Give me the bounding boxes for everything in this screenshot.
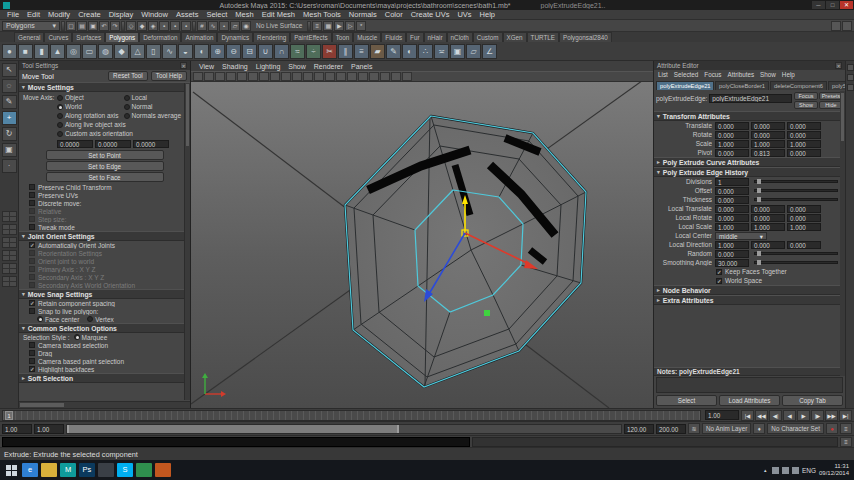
shelf-tab[interactable]: Polygonsal2840 <box>559 32 612 42</box>
attribute-field[interactable]: 0.000 <box>787 122 821 130</box>
scrollbar-thumb[interactable] <box>841 93 844 141</box>
step-forward-key-button[interactable]: |▶ <box>811 410 824 421</box>
menu-item[interactable]: Color <box>381 10 407 19</box>
move-axis-option[interactable]: Normals average <box>124 111 191 120</box>
attribute-field[interactable]: 1.000 <box>715 140 749 148</box>
selection-mask-icon[interactable]: ▪ <box>181 21 191 31</box>
undo-icon[interactable]: ↶ <box>99 21 109 31</box>
joint-orient-row[interactable]: Secondary Axis : X Y Z <box>19 273 190 281</box>
range-slider-track[interactable] <box>66 424 622 434</box>
soccer-ball-icon[interactable]: ◒ <box>178 44 193 59</box>
snap-to-plane-icon[interactable]: ▱ <box>230 21 240 31</box>
show-hidden-icons-button[interactable]: ▴ <box>762 467 769 474</box>
poly-cube-icon[interactable]: ■ <box>18 44 33 59</box>
attribute-slider[interactable] <box>754 252 838 255</box>
poly-pipe-icon[interactable]: ▯ <box>146 44 161 59</box>
poly-pyramid-icon[interactable]: △ <box>130 44 145 59</box>
toggle-tool-settings-icon[interactable] <box>847 74 854 81</box>
viewport-menu-item[interactable]: Lighting <box>252 63 285 70</box>
perspective-viewport[interactable]: ViewShadingLightingShowRendererPanels <box>191 61 653 408</box>
go-to-start-button[interactable]: |◀ <box>741 410 754 421</box>
viewport-menu-item[interactable]: View <box>195 63 218 70</box>
taskbar-clock[interactable]: 11:31 09/12/2014 <box>819 463 851 477</box>
boolean-union-icon[interactable]: ∪ <box>258 44 273 59</box>
shelf-tab[interactable]: nHair <box>424 32 447 42</box>
animation-preferences-button[interactable]: ≡ <box>840 423 852 434</box>
extract-icon[interactable]: ⊟ <box>242 44 257 59</box>
grease-pencil-icon[interactable] <box>259 72 269 81</box>
focus-button[interactable]: Focus <box>794 92 818 100</box>
shelf-tab[interactable]: PaintEffects <box>290 32 332 42</box>
attribute-field[interactable]: 0.000 <box>787 241 821 249</box>
render-settings-icon[interactable]: * <box>356 21 366 31</box>
tool-settings-vertical-scrollbar[interactable] <box>184 83 190 400</box>
section-poly-extrude-curve[interactable]: ▸Poly Extrude Curve Attributes <box>654 157 845 167</box>
multi-cut-icon[interactable]: ✂ <box>322 44 337 59</box>
attribute-slider[interactable] <box>754 180 838 183</box>
four-pane-layout[interactable] <box>2 224 17 235</box>
two-pane-side-layout[interactable] <box>2 237 17 248</box>
joint-orient-row[interactable]: Secondary Axis World Orientation <box>19 281 190 289</box>
ae-menu-item[interactable]: Selected <box>671 71 702 78</box>
menu-item[interactable]: Create UVs <box>407 10 454 19</box>
camera-attributes-icon[interactable] <box>215 72 225 81</box>
go-to-end-button[interactable]: ▶| <box>839 410 852 421</box>
section-common-selection-options[interactable]: ▾Common Selection Options <box>19 323 190 333</box>
tool-option-row[interactable]: Tweak mode <box>19 223 190 231</box>
merge-vertices-icon[interactable]: ∴ <box>418 44 433 59</box>
current-time-field[interactable]: 1.00 <box>705 410 739 420</box>
anim-layer-menu[interactable]: No Anim Layer <box>702 423 751 434</box>
use-default-material-icon[interactable] <box>380 72 390 81</box>
field-chart-icon[interactable] <box>314 72 324 81</box>
network-icon[interactable] <box>772 467 779 474</box>
shelf-tab[interactable]: General <box>14 32 44 42</box>
joint-orient-row[interactable]: Reorientation Settings <box>19 249 190 257</box>
menu-item[interactable]: Create <box>74 10 105 19</box>
poly-plane-icon[interactable]: ▭ <box>82 44 97 59</box>
gate-mask-icon[interactable] <box>303 72 313 81</box>
menu-item[interactable]: Display <box>105 10 138 19</box>
maximize-button[interactable]: □ <box>826 1 839 9</box>
attribute-field[interactable]: 0.000 <box>787 149 821 157</box>
select-by-object-icon[interactable]: ◆ <box>137 21 147 31</box>
attribute-field[interactable]: 0.000 <box>751 122 785 130</box>
tool-settings-horizontal-scrollbar[interactable] <box>19 401 191 408</box>
ae-menu-item[interactable]: Attributes <box>724 71 757 78</box>
construction-history-icon[interactable]: ≡ <box>312 21 322 31</box>
viewport-menu-item[interactable]: Renderer <box>310 63 347 70</box>
range-slider-thumb[interactable] <box>67 425 399 433</box>
tool-option-row[interactable]: Step size: <box>19 215 190 223</box>
shelf-tab[interactable]: Custom <box>473 32 503 42</box>
tool-option-row[interactable]: Discrete move: <box>19 199 190 207</box>
resolution-gate-icon[interactable] <box>292 72 302 81</box>
attribute-field[interactable]: 0.000 <box>715 250 749 258</box>
status-group-divider[interactable] <box>307 21 311 31</box>
slider-thumb[interactable] <box>757 197 761 202</box>
render-view-icon[interactable]: ▦ <box>323 21 333 31</box>
attribute-field[interactable]: 1.000 <box>787 223 821 231</box>
start-button[interactable] <box>3 463 19 477</box>
joint-orient-row[interactable]: Automatically Orient Joints <box>19 241 190 249</box>
section-extra-attributes[interactable]: ▸Extra Attributes <box>654 295 845 305</box>
status-group-divider[interactable] <box>192 21 196 31</box>
tool-option-row[interactable]: Relative <box>19 207 190 215</box>
set-to-point-button[interactable]: Set to Point <box>46 150 164 160</box>
character-set-icon[interactable]: ♦ <box>753 423 765 434</box>
animation-end-field[interactable]: 200.00 <box>656 424 686 434</box>
attribute-field[interactable]: 0.000 <box>715 205 749 213</box>
snap-face-center-option[interactable]: Face center <box>37 316 79 323</box>
section-move-settings[interactable]: ▾Move Settings <box>19 82 190 92</box>
shelf-tab[interactable]: Polygons <box>105 32 139 42</box>
snap-to-live-polygon-option[interactable]: Snap to live polygon: <box>19 307 190 315</box>
attribute-slider[interactable] <box>754 198 838 201</box>
shelf-tab[interactable]: Fluids <box>381 32 406 42</box>
safe-action-icon[interactable] <box>325 72 335 81</box>
open-scene-icon[interactable]: ▤ <box>77 21 87 31</box>
tool-option-row[interactable]: Preserve UVs <box>19 191 190 199</box>
ae-node-tab[interactable]: polyExtrudeEdge21 <box>656 81 714 90</box>
wireframe-mode-icon[interactable] <box>347 72 357 81</box>
close-panel-icon[interactable]: ✕ <box>835 62 842 69</box>
ae-menu-item[interactable]: List <box>655 71 671 78</box>
menu-item[interactable]: Normals <box>345 10 381 19</box>
toggle-attribute-editor-icon[interactable] <box>847 64 854 71</box>
